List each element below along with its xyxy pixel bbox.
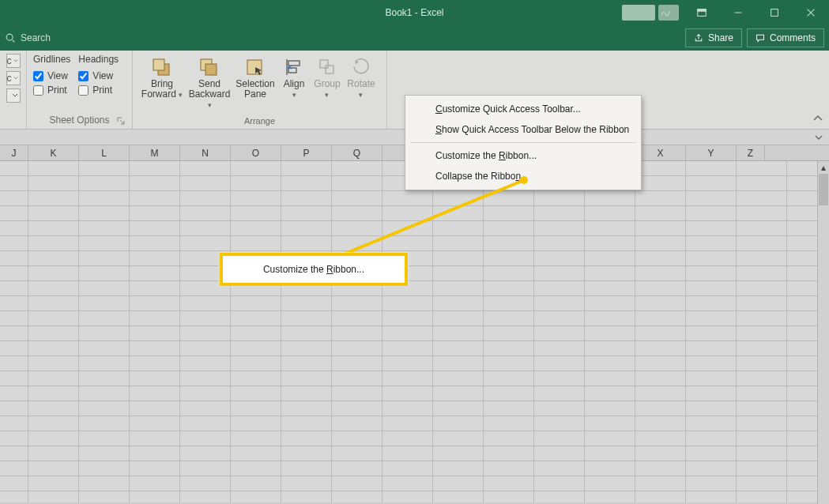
menu-customize-qat[interactable]: Customize Quick Access Toolbar... xyxy=(405,99,641,119)
dim-overlay xyxy=(0,0,829,504)
menu-customize-ribbon[interactable]: Customize the Ribbon... xyxy=(405,145,641,166)
menu-show-qat-below[interactable]: Show Quick Access Toolbar Below the Ribb… xyxy=(405,119,641,140)
ribbon-context-menu: Customize Quick Access Toolbar... Show Q… xyxy=(405,95,642,190)
menu-separator xyxy=(410,142,636,143)
callout-box: Customize the Ribbon... xyxy=(220,253,408,286)
menu-collapse-ribbon[interactable]: Collapse the Ribbon xyxy=(405,166,641,186)
callout-text: Customize the Ribbon... xyxy=(263,264,364,275)
